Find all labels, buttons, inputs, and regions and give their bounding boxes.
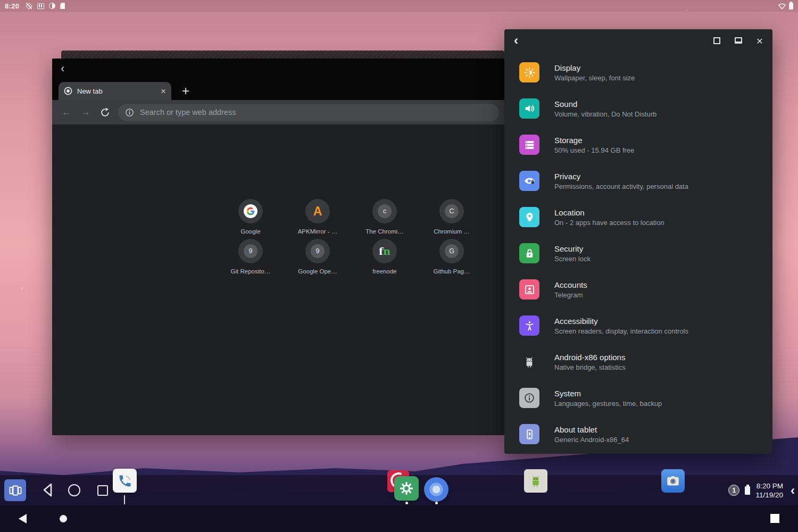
settings-item-subtitle: Permissions, account activity, personal … — [554, 182, 688, 190]
nav-square-icon[interactable] — [770, 514, 779, 523]
settings-item-subtitle: Wallpaper, sleep, font size — [554, 74, 635, 82]
shortcut-label: Git Reposito… — [231, 268, 271, 275]
forward-arrow-icon[interactable]: → — [77, 106, 95, 118]
accessibility-icon — [519, 315, 539, 336]
settings-item-display[interactable]: Display Wallpaper, sleep, font size — [504, 54, 772, 90]
docked-windows-icon — [37, 3, 44, 9]
settings-item-subtitle: On - 2 apps have access to location — [554, 219, 664, 227]
status-system-icons — [778, 3, 793, 10]
settings-item-sound[interactable]: Sound Volume, vibration, Do Not Disturb — [504, 90, 772, 127]
settings-item-subtitle: Screen lock — [554, 255, 591, 263]
chromium-app-icon[interactable] — [424, 477, 448, 502]
taskbar-divider — [124, 495, 125, 504]
settings-titlebar[interactable]: ‹ × — [504, 29, 772, 52]
page-info-icon[interactable] — [125, 108, 134, 117]
address-bar[interactable] — [118, 104, 499, 121]
taskbar-back-icon[interactable] — [40, 482, 55, 498]
settings-list: Display Wallpaper, sleep, font size Soun… — [504, 52, 772, 452]
letter-favicon: 9 — [311, 244, 325, 258]
security-lock-icon — [519, 243, 539, 263]
letter-favicon: c — [378, 204, 392, 218]
shortcut-label: Google Ope… — [298, 268, 337, 275]
settings-item-about-tablet[interactable]: About tablet Generic Android-x86_64 — [504, 416, 772, 452]
settings-item-subtitle: Telegram — [554, 291, 587, 299]
nav-back-icon[interactable] — [19, 514, 27, 523]
apkmirror-favicon: A — [313, 204, 322, 219]
back-arrow-icon[interactable]: ← — [57, 106, 76, 118]
location-icon — [519, 207, 539, 227]
settings-item-accessibility[interactable]: Accessibility Screen readers, display, i… — [504, 307, 772, 344]
settings-item-system[interactable]: System Languages, gestures, time, backup — [504, 380, 772, 416]
shortcut-freenode[interactable]: fn freenode — [351, 239, 418, 275]
reload-icon[interactable] — [96, 107, 114, 118]
settings-item-title: Location — [554, 208, 664, 217]
new-tab-button[interactable]: + — [182, 85, 189, 97]
wifi-icon — [778, 3, 786, 10]
settings-item-security[interactable]: Security Screen lock — [504, 235, 772, 271]
tray-clock[interactable]: 8:20 PM 11/19/20 — [755, 481, 783, 500]
settings-item-title: Accessibility — [554, 317, 688, 326]
tab-close-icon[interactable]: × — [161, 87, 166, 96]
open-app-indicator — [405, 502, 408, 504]
settings-item-title: Accounts — [554, 280, 587, 289]
system-tray[interactable]: 1 8:20 PM 11/19/20 ‹ — [728, 475, 795, 505]
tab-new-tab[interactable]: New tab × — [59, 82, 171, 100]
taskbar: 1 8:20 PM 11/19/20 ‹ — [0, 475, 798, 505]
settings-app-icon[interactable] — [394, 476, 419, 501]
status-notification-icons — [26, 3, 65, 10]
settings-item-subtitle: Native bridge, statistics — [554, 363, 626, 371]
camera-app-icon[interactable] — [661, 469, 685, 493]
android-installer-app-icon[interactable] — [524, 469, 547, 493]
gear-icon — [398, 480, 414, 496]
nav-home-icon[interactable] — [60, 515, 67, 522]
background-window-edge[interactable] — [61, 51, 504, 59]
settings-item-subtitle: Languages, gestures, time, backup — [554, 400, 662, 408]
app-drawer-button[interactable] — [4, 479, 26, 501]
navigation-bar — [0, 505, 798, 532]
maximize-icon[interactable] — [713, 37, 720, 44]
settings-item-subtitle: Screen readers, display, interaction con… — [554, 327, 688, 335]
shortcut-git-repositories[interactable]: 9 Git Reposito… — [217, 239, 284, 275]
search-input[interactable] — [140, 108, 492, 117]
settings-item-privacy[interactable]: Privacy Permissions, account activity, p… — [504, 163, 772, 199]
settings-item-subtitle: 50% used - 15.94 GB free — [554, 146, 634, 154]
letter-favicon: G — [445, 244, 459, 258]
shortcut-apkmirror[interactable]: A APKMirror - … — [284, 199, 351, 235]
shortcut-label: Chromium … — [434, 228, 470, 235]
settings-item-title: About tablet — [554, 425, 629, 434]
dock-window-icon[interactable] — [735, 37, 742, 44]
taskbar-recents-icon[interactable] — [97, 485, 108, 496]
settings-item-storage[interactable]: Storage 50% used - 15.94 GB free — [504, 127, 772, 163]
shortcut-label: Google — [240, 228, 260, 235]
browser-titlebar[interactable]: ‹ — [52, 59, 504, 79]
new-tab-page: Google A APKMirror - … c The Chromi… C C… — [52, 124, 504, 435]
status-time: 8:20 — [5, 2, 19, 10]
phone-app-icon[interactable] — [113, 469, 137, 493]
shortcut-the-chromium[interactable]: c The Chromi… — [351, 199, 418, 235]
window-back-icon[interactable]: ‹ — [61, 63, 64, 74]
settings-back-icon[interactable]: ‹ — [514, 34, 518, 47]
notification-count-badge[interactable]: 1 — [728, 485, 739, 496]
settings-item-accounts[interactable]: Accounts Telegram — [504, 271, 772, 307]
android-robot-icon — [519, 352, 539, 372]
shortcut-google-open-source[interactable]: 9 Google Ope… — [284, 239, 351, 275]
sd-card-icon — [60, 3, 65, 9]
shortcut-google[interactable]: Google — [217, 199, 284, 235]
shortcut-chromium[interactable]: C Chromium … — [418, 199, 485, 235]
settings-item-android-x86[interactable]: Android-x86 options Native bridge, stati… — [504, 344, 772, 380]
accounts-icon — [519, 279, 539, 300]
battery-icon — [789, 3, 793, 10]
taskbar-home-icon[interactable] — [68, 484, 80, 496]
shortcut-label: The Chromi… — [365, 228, 404, 235]
shortcut-github-pages[interactable]: G Github Pag… — [418, 239, 485, 275]
tray-collapse-icon[interactable]: ‹ — [791, 484, 795, 497]
settings-item-location[interactable]: Location On - 2 apps have access to loca… — [504, 199, 772, 235]
sound-icon — [519, 98, 539, 119]
settings-window: ‹ × Display — [504, 29, 772, 454]
settings-item-title: Security — [554, 244, 591, 253]
tab-title: New tab — [77, 87, 156, 95]
settings-item-subtitle: Volume, vibration, Do Not Disturb — [554, 110, 656, 118]
settings-item-title: Privacy — [554, 172, 688, 181]
letter-favicon: C — [445, 204, 459, 218]
close-icon[interactable]: × — [757, 35, 763, 46]
